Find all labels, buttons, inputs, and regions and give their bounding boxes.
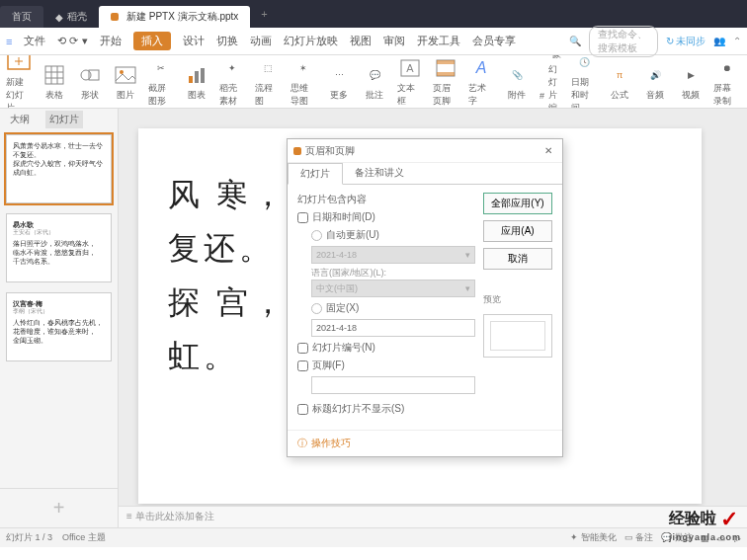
menu-start[interactable]: 开始 (100, 34, 122, 48)
outline-tab-slides[interactable]: 幻灯片 (45, 111, 83, 128)
watermark: 经验啦 ✓ jingyanla.com (669, 507, 741, 542)
dialog-close-button[interactable]: ✕ (540, 145, 556, 156)
dialog-tips[interactable]: ⓘ操作技巧 (288, 430, 562, 456)
menu-member[interactable]: 会员专享 (472, 34, 516, 48)
tool-flowchart[interactable]: ⬚流程图 (255, 55, 281, 108)
thumb-text: 落日照平沙，双鸿鸣落水， 临水不肯渡，悠悠复西归， 千古鸿名系。 (13, 240, 96, 265)
caret-up-icon[interactable]: ⌃ (733, 36, 741, 46)
outline-tab-outline[interactable]: 大纲 (6, 111, 34, 128)
tool-comment[interactable]: 💬批注 (362, 62, 387, 102)
search-input[interactable]: 查找命令、搜索模板 (589, 26, 658, 57)
field-fixed[interactable]: 固定(X) (311, 301, 475, 315)
tab-add[interactable]: + (254, 8, 274, 20)
dialog-tab-notes[interactable]: 备注和讲义 (343, 163, 416, 184)
thumbnail-2[interactable]: 易水歌王安石（宋代）落日照平沙，双鸿鸣落水， 临水不肯渡，悠悠复西归， 千古鸿名… (6, 213, 112, 282)
radio-fixed[interactable] (311, 303, 322, 314)
menu-transition[interactable]: 切换 (216, 34, 238, 48)
tab-docer-label: 稻壳 (67, 10, 87, 24)
checkbox-datetime[interactable] (297, 212, 308, 223)
tool-textbox[interactable]: A文本框 (397, 55, 423, 108)
input-fixed-date[interactable] (311, 319, 475, 337)
table-icon (42, 62, 67, 88)
sync-button[interactable]: ↻ 未同步 (666, 35, 706, 48)
video-icon: ▶ (678, 62, 704, 88)
field-slidenumber[interactable]: 幻灯片编号(N) (297, 341, 475, 355)
tool-chart[interactable]: 图表 (184, 62, 209, 102)
add-slide-button[interactable]: + (0, 488, 118, 527)
menu-review[interactable]: 审阅 (383, 34, 405, 48)
checkbox-dont-show-title[interactable] (297, 404, 308, 415)
tool-label: 更多 (330, 89, 348, 102)
tool-label: 文本框 (397, 82, 423, 108)
menu-animation[interactable]: 动画 (250, 34, 272, 48)
tool-shapes[interactable]: 形状 (77, 62, 103, 102)
tool-screenrec[interactable]: ⏺屏幕录制 (713, 55, 739, 108)
field-footer[interactable]: 页脚(F) (297, 359, 475, 372)
menu-insert[interactable]: 插入 (133, 32, 171, 50)
checkbox-slidenumber[interactable] (297, 343, 308, 354)
headerfooter-icon (433, 55, 458, 81)
menu-view[interactable]: 视图 (350, 34, 372, 48)
cancel-button[interactable]: 取消 (483, 248, 552, 270)
field-dont-show-title[interactable]: 标题幻灯片不显示(S) (297, 402, 475, 416)
tool-equation[interactable]: π公式 (607, 62, 632, 102)
tool-video[interactable]: ▶视频 (678, 62, 704, 102)
tool-mindmap[interactable]: ✶思维导图 (290, 55, 316, 108)
tool-table[interactable]: 表格 (42, 62, 67, 102)
tool-headerfooter[interactable]: 页眉页脚 (433, 55, 458, 108)
chart-icon (184, 62, 209, 88)
select-language[interactable]: 中文(中国)▾ (311, 280, 475, 297)
notes-bar[interactable]: ≡ 单击此处添加备注 (119, 506, 747, 527)
field-datetime[interactable]: 日期和时间(D) (297, 210, 475, 224)
checkbox-footer[interactable] (297, 360, 308, 371)
smart-beautify-button[interactable]: ✦ 智能美化 (570, 531, 617, 544)
thumb-text: 风萧萧兮易水寒，壮士一去兮不复还。 探虎穴兮入蛟宫，仰天呼气兮成白虹。 (13, 142, 103, 176)
tool-more[interactable]: ⋯更多 (326, 62, 352, 102)
tab-document-label: 新建 PPTX 演示文稿.pptx (126, 10, 238, 24)
tool-object[interactable]: ▭对象 (540, 55, 561, 61)
notes-button[interactable]: ▭ 备注 (624, 531, 654, 544)
tool-audio[interactable]: 🔊音频 (642, 62, 668, 102)
tool-label: 形状 (81, 89, 99, 102)
input-footer-text[interactable] (311, 376, 475, 394)
tool-label: 稻壳素材 (219, 82, 245, 108)
dialog-tab-slide[interactable]: 幻灯片 (288, 163, 343, 185)
field-autoupdate[interactable]: 自动更新(U) (311, 228, 475, 242)
tool-label: 公式 (611, 89, 628, 102)
tab-home[interactable]: 首页 (0, 6, 43, 28)
collaborate-icon[interactable]: 👥 (713, 36, 725, 46)
thumb-title: 汉宫春·梅 (13, 300, 42, 307)
menu-devtools[interactable]: 开发工具 (417, 34, 460, 48)
tab-docer[interactable]: ◆稻壳 (43, 6, 99, 28)
menu-slideshow[interactable]: 幻灯片放映 (284, 34, 338, 48)
menu-logo-icon: ≡ (6, 36, 12, 47)
tool-datetime[interactable]: 🕓日期和时间 (571, 55, 597, 109)
tool-slidenum[interactable]: #幻灯片编号 (540, 63, 561, 109)
tool-picture[interactable]: 图片 (113, 62, 138, 102)
tool-label: 流程图 (255, 82, 281, 108)
menu-file[interactable]: 文件 (24, 34, 45, 48)
label-fixed: 固定(X) (326, 301, 359, 315)
tool-wordart[interactable]: A艺术字 (468, 55, 494, 108)
tool-label: 截屏图形 (148, 82, 174, 108)
thumbnail-1[interactable]: 风萧萧兮易水寒，壮士一去兮不复还。 探虎穴兮入蛟宫，仰天呼气兮成白虹。 (6, 134, 112, 203)
equation-icon: π (607, 62, 632, 88)
thumbnail-3[interactable]: 汉宫春·梅李纲（宋代）人怜红白，春风桃李占先机， 花香暗度，谁知春意来时， 金闺… (6, 292, 112, 361)
label-datetime: 日期和时间(D) (312, 210, 375, 224)
preview-box (483, 314, 552, 358)
menu-bar: ≡ 文件 ⟲ ⟳ ▾ 开始 插入 设计 切换 动画 幻灯片放映 视图 审阅 开发… (0, 28, 747, 55)
search-icon: 🔍 (569, 36, 581, 46)
tool-attach[interactable]: 📎附件 (504, 62, 530, 102)
tool-new-slide[interactable]: 新建幻灯片 (6, 55, 32, 109)
select-date-format[interactable]: 2021-4-18▾ (311, 246, 475, 264)
tool-material[interactable]: ✦稻壳素材 (219, 55, 245, 108)
apply-button[interactable]: 应用(A) (483, 220, 552, 242)
tool-screenshot[interactable]: ✂截屏图形 (148, 55, 174, 108)
apply-all-button[interactable]: 全部应用(Y) (483, 193, 552, 214)
radio-autoupdate[interactable] (311, 230, 322, 241)
menu-design[interactable]: 设计 (183, 34, 205, 48)
svg-rect-19 (437, 72, 455, 76)
tab-document[interactable]: 新建 PPTX 演示文稿.pptx (99, 6, 250, 28)
preview-label: 预览 (483, 293, 552, 306)
status-theme: Office 主题 (62, 531, 106, 544)
